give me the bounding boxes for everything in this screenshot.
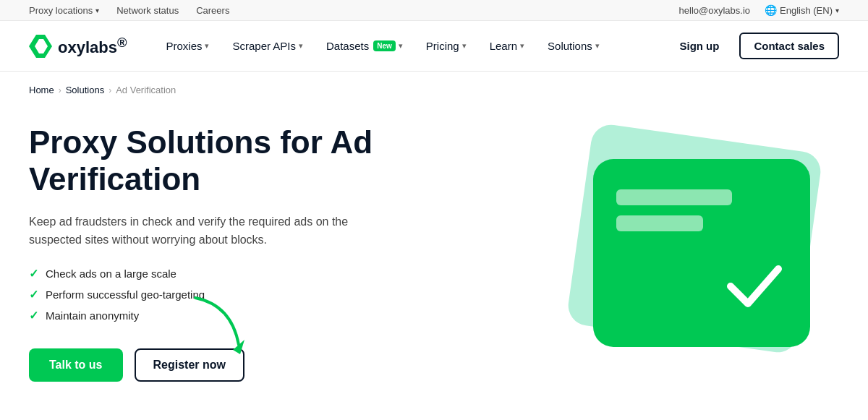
top-bar-right: hello@oxylabs.io 🌐 English (EN) ▾	[679, 4, 839, 16]
sign-up-button[interactable]: Sign up	[671, 34, 728, 58]
check-icon-2: ✓	[29, 288, 38, 301]
nav-right: Sign up Contact sales	[671, 33, 839, 59]
logo-icon	[29, 35, 52, 58]
careers-link[interactable]: Careers	[196, 5, 229, 16]
proxy-locations-chevron-icon: ▾	[95, 7, 99, 14]
datasets-badge: New	[373, 40, 396, 51]
network-status-link[interactable]: Network status	[116, 5, 179, 16]
talk-to-us-button[interactable]: Talk to us	[29, 348, 123, 382]
hero-illustration	[535, 123, 839, 383]
feature-item-2: ✓ Perform successful geo-targeting	[29, 288, 405, 301]
nav-items: Proxies ▾ Scraper APIs ▾ Datasets New ▾ …	[156, 34, 671, 58]
logo[interactable]: oxylabs®	[29, 35, 127, 58]
feature-item-3: ✓ Maintain anonymity	[29, 309, 405, 322]
proxy-locations-link[interactable]: Proxy locations ▾	[29, 5, 99, 16]
nav-item-pricing[interactable]: Pricing ▾	[416, 34, 477, 58]
nav-item-proxies[interactable]: Proxies ▾	[156, 34, 219, 58]
card-line-2	[616, 215, 703, 231]
checkmark-icon	[722, 256, 787, 314]
hero-title: Proxy Solutions for Ad Verification	[29, 124, 405, 197]
top-bar-left: Proxy locations ▾ Network status Careers	[29, 5, 229, 16]
check-icon-3: ✓	[29, 309, 38, 322]
nav-item-solutions[interactable]: Solutions ▾	[537, 34, 610, 58]
breadcrumb-sep-1: ›	[59, 85, 61, 95]
language-selector[interactable]: 🌐 English (EN) ▾	[765, 4, 839, 16]
register-now-button[interactable]: Register now	[135, 348, 244, 382]
proxies-chevron-icon: ▾	[205, 41, 209, 51]
main-nav: oxylabs® Proxies ▾ Scraper APIs ▾ Datase…	[0, 21, 868, 72]
scraper-apis-chevron-icon: ▾	[299, 41, 303, 51]
breadcrumb-home[interactable]: Home	[29, 85, 54, 95]
top-bar: Proxy locations ▾ Network status Careers…	[0, 0, 868, 21]
language-chevron-icon: ▾	[835, 7, 839, 14]
hero-buttons: Talk to us Register now	[29, 348, 405, 382]
breadcrumb-solutions[interactable]: Solutions	[66, 85, 104, 95]
card-line-1	[616, 189, 732, 205]
datasets-chevron-icon: ▾	[399, 41, 403, 51]
logo-text: oxylabs®	[58, 35, 127, 57]
hero-section: Proxy Solutions for Ad Verification Keep…	[0, 108, 868, 420]
breadcrumb: Home › Solutions › Ad Verification	[0, 72, 868, 108]
pricing-chevron-icon: ▾	[462, 41, 467, 51]
breadcrumb-current: Ad Verification	[116, 85, 176, 95]
nav-item-scraper-apis[interactable]: Scraper APIs ▾	[222, 34, 313, 58]
hero-left: Proxy Solutions for Ad Verification Keep…	[29, 124, 405, 381]
contact-sales-button[interactable]: Contact sales	[739, 33, 839, 59]
nav-item-learn[interactable]: Learn ▾	[480, 34, 535, 58]
breadcrumb-sep-2: ›	[109, 85, 111, 95]
hero-features: ✓ Check ads on a large scale ✓ Perform s…	[29, 267, 405, 322]
learn-chevron-icon: ▾	[520, 41, 524, 51]
hero-description: Keep ad fraudsters in check and verify t…	[29, 213, 362, 249]
card-main	[593, 159, 810, 347]
check-icon-1: ✓	[29, 267, 38, 280]
email-link[interactable]: hello@oxylabs.io	[679, 5, 750, 16]
nav-item-datasets[interactable]: Datasets New ▾	[316, 34, 413, 58]
feature-item-1: ✓ Check ads on a large scale	[29, 267, 405, 280]
solutions-chevron-icon: ▾	[595, 41, 600, 51]
language-icon: 🌐	[765, 4, 777, 16]
